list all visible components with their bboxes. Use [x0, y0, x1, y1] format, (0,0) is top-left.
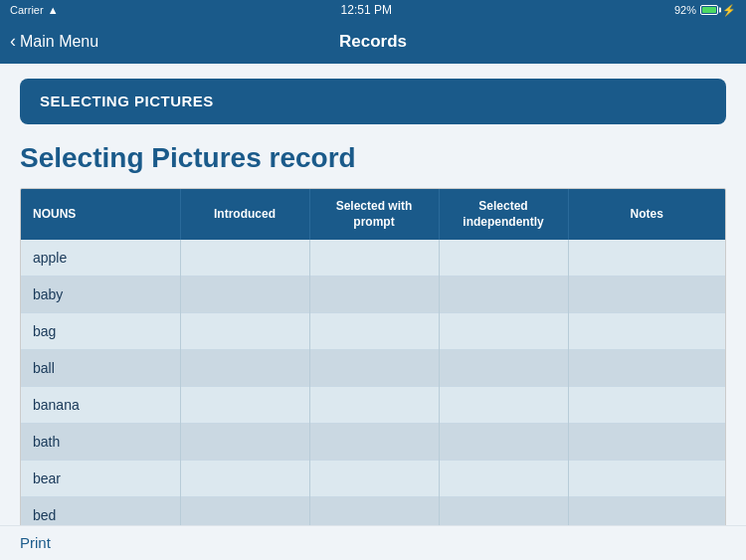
table-row: baby [21, 277, 725, 313]
table-row: apple [21, 240, 725, 277]
cell-selected-prompt[interactable] [309, 350, 439, 387]
cell-noun: bear [21, 461, 180, 497]
cell-introduced[interactable] [180, 350, 309, 387]
status-time: 12:51 PM [341, 3, 392, 17]
nav-title: Records [339, 32, 407, 52]
cell-selected-prompt[interactable] [309, 277, 439, 313]
cell-introduced[interactable] [180, 313, 309, 350]
cell-introduced[interactable] [180, 240, 309, 277]
battery-icon [700, 5, 718, 15]
cell-introduced[interactable] [180, 461, 309, 497]
col-header-selected-prompt: Selected with prompt [309, 189, 439, 240]
table-row: bag [21, 313, 725, 350]
cell-noun: baby [21, 277, 180, 313]
cell-selected-indep[interactable] [439, 277, 568, 313]
cell-selected-indep[interactable] [439, 424, 568, 461]
section-header-text: SELECTING PICTURES [40, 93, 214, 109]
records-table: NOUNS Introduced Selected with prompt Se… [20, 188, 726, 560]
table-row: banana [21, 387, 725, 424]
col-header-selected-indep: Selected independently [439, 189, 568, 240]
cell-selected-indep[interactable] [439, 240, 568, 277]
cell-noun: apple [21, 240, 180, 277]
table-row: bath [21, 424, 725, 461]
wifi-icon: ▲ [48, 4, 59, 16]
chevron-left-icon: ‹ [10, 31, 16, 52]
table-row: ball [21, 350, 725, 387]
cell-noun: bag [21, 313, 180, 350]
cell-notes[interactable] [568, 350, 725, 387]
status-left: Carrier ▲ [10, 4, 59, 16]
cell-noun: bath [21, 424, 180, 461]
col-header-introduced: Introduced [180, 189, 309, 240]
status-right: 92% ⚡ [674, 4, 736, 17]
cell-notes[interactable] [568, 424, 725, 461]
nav-bar: ‹ Main Menu Records [0, 20, 746, 64]
page-title: Selecting Pictures record [0, 124, 746, 188]
cell-notes[interactable] [568, 313, 725, 350]
back-button[interactable]: ‹ Main Menu [10, 32, 98, 52]
cell-selected-prompt[interactable] [309, 240, 439, 277]
cell-notes[interactable] [568, 461, 725, 497]
section-header: SELECTING PICTURES [20, 79, 726, 124]
print-button[interactable]: Print [20, 534, 51, 551]
cell-notes[interactable] [568, 240, 725, 277]
cell-introduced[interactable] [180, 387, 309, 424]
cell-notes[interactable] [568, 277, 725, 313]
col-header-notes: Notes [568, 189, 725, 240]
cell-selected-prompt[interactable] [309, 424, 439, 461]
carrier-label: Carrier [10, 4, 44, 16]
cell-noun: ball [21, 350, 180, 387]
cell-selected-indep[interactable] [439, 461, 568, 497]
status-bar: Carrier ▲ 12:51 PM 92% ⚡ [0, 0, 746, 20]
back-label: Main Menu [20, 33, 98, 51]
cell-selected-prompt[interactable] [309, 461, 439, 497]
cell-introduced[interactable] [180, 277, 309, 313]
cell-notes[interactable] [568, 387, 725, 424]
table-header-row: NOUNS Introduced Selected with prompt Se… [21, 189, 725, 240]
col-header-nouns: NOUNS [21, 189, 180, 240]
cell-noun: banana [21, 387, 180, 424]
cell-selected-indep[interactable] [439, 350, 568, 387]
cell-introduced[interactable] [180, 424, 309, 461]
cell-selected-indep[interactable] [439, 387, 568, 424]
cell-selected-indep[interactable] [439, 313, 568, 350]
footer: Print [0, 525, 746, 560]
table-row: bear [21, 461, 725, 497]
charging-icon: ⚡ [722, 4, 736, 17]
cell-selected-prompt[interactable] [309, 387, 439, 424]
battery-percent: 92% [674, 4, 696, 16]
cell-selected-prompt[interactable] [309, 313, 439, 350]
